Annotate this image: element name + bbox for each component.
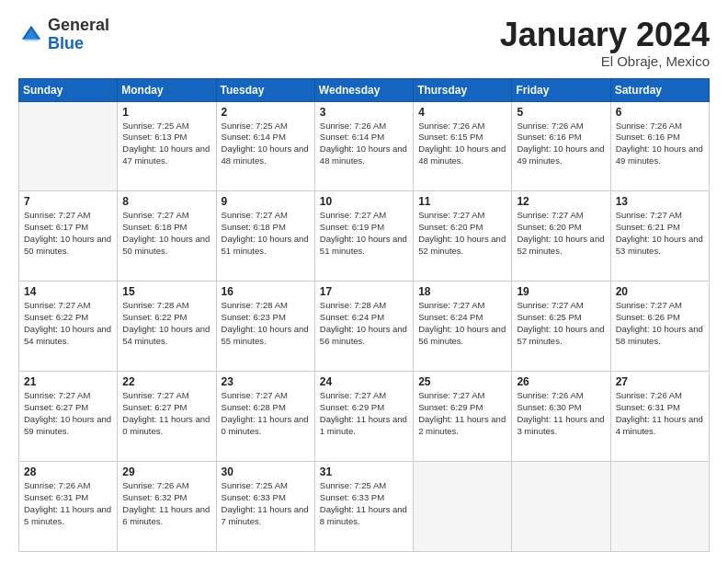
calendar-cell: 26Sunrise: 7:26 AM Sunset: 6:30 PM Dayli… [512,372,610,462]
day-header-thursday: Thursday [414,78,512,101]
day-info: Sunrise: 7:27 AM Sunset: 6:24 PM Dayligh… [418,300,506,347]
day-number: 29 [122,465,210,478]
location: El Obraje, Mexico [500,53,710,69]
calendar-cell: 17Sunrise: 7:28 AM Sunset: 6:24 PM Dayli… [314,282,413,372]
day-info: Sunrise: 7:26 AM Sunset: 6:16 PM Dayligh… [517,121,605,167]
header: General Blue January 2024 El Obraje, Mex… [18,17,710,69]
calendar-week-2: 7Sunrise: 7:27 AM Sunset: 6:17 PM Daylig… [19,191,710,282]
day-info: Sunrise: 7:26 AM Sunset: 6:15 PM Dayligh… [418,121,506,167]
title-block: January 2024 El Obraje, Mexico [500,17,710,69]
calendar-week-3: 14Sunrise: 7:27 AM Sunset: 6:22 PM Dayli… [19,282,710,372]
day-number: 22 [122,375,210,388]
day-header-tuesday: Tuesday [216,78,314,101]
day-info: Sunrise: 7:26 AM Sunset: 6:14 PM Dayligh… [320,121,408,167]
day-info: Sunrise: 7:27 AM Sunset: 6:28 PM Dayligh… [222,390,310,437]
calendar-cell: 9Sunrise: 7:27 AM Sunset: 6:18 PM Daylig… [216,191,314,282]
calendar-cell: 7Sunrise: 7:27 AM Sunset: 6:17 PM Daylig… [19,191,118,282]
day-number: 26 [517,375,605,388]
day-number: 17 [320,285,408,298]
day-number: 13 [616,195,704,208]
day-number: 7 [24,195,112,208]
day-header-friday: Friday [512,78,610,101]
day-info: Sunrise: 7:27 AM Sunset: 6:19 PM Dayligh… [320,210,408,257]
day-number: 27 [616,375,704,388]
calendar-week-1: 1Sunrise: 7:25 AM Sunset: 6:13 PM Daylig… [19,101,710,191]
day-info: Sunrise: 7:25 AM Sunset: 6:33 PM Dayligh… [320,480,408,527]
calendar-cell: 1Sunrise: 7:25 AM Sunset: 6:13 PM Daylig… [118,101,216,191]
day-number: 11 [418,195,506,208]
day-info: Sunrise: 7:25 AM Sunset: 6:13 PM Dayligh… [122,121,210,167]
day-info: Sunrise: 7:26 AM Sunset: 6:16 PM Dayligh… [616,121,704,167]
day-header-monday: Monday [118,78,216,101]
calendar-cell: 28Sunrise: 7:26 AM Sunset: 6:31 PM Dayli… [19,462,118,552]
calendar-week-4: 21Sunrise: 7:27 AM Sunset: 6:27 PM Dayli… [19,372,710,462]
calendar-cell: 3Sunrise: 7:26 AM Sunset: 6:14 PM Daylig… [314,101,413,191]
calendar-cell: 4Sunrise: 7:26 AM Sunset: 6:15 PM Daylig… [414,101,512,191]
day-info: Sunrise: 7:28 AM Sunset: 6:23 PM Dayligh… [222,300,310,347]
day-info: Sunrise: 7:25 AM Sunset: 6:33 PM Dayligh… [222,480,310,527]
calendar-cell [512,462,610,552]
day-info: Sunrise: 7:27 AM Sunset: 6:29 PM Dayligh… [418,390,506,437]
day-number: 2 [222,106,310,119]
calendar-cell: 21Sunrise: 7:27 AM Sunset: 6:27 PM Dayli… [19,372,118,462]
calendar-cell [414,462,512,552]
day-info: Sunrise: 7:27 AM Sunset: 6:20 PM Dayligh… [418,210,506,257]
logo-icon [18,22,44,48]
day-info: Sunrise: 7:27 AM Sunset: 6:26 PM Dayligh… [616,300,704,347]
day-number: 10 [320,195,408,208]
day-info: Sunrise: 7:27 AM Sunset: 6:27 PM Dayligh… [122,390,210,437]
day-info: Sunrise: 7:28 AM Sunset: 6:24 PM Dayligh… [320,300,408,347]
day-info: Sunrise: 7:28 AM Sunset: 6:22 PM Dayligh… [122,300,210,347]
calendar-cell: 10Sunrise: 7:27 AM Sunset: 6:19 PM Dayli… [314,191,413,282]
day-number: 30 [222,465,310,478]
calendar-cell: 13Sunrise: 7:27 AM Sunset: 6:21 PM Dayli… [610,191,709,282]
calendar-week-5: 28Sunrise: 7:26 AM Sunset: 6:31 PM Dayli… [19,462,710,552]
day-number: 18 [418,285,506,298]
day-number: 12 [517,195,605,208]
day-number: 24 [320,375,408,388]
logo-blue-text: Blue [48,34,84,52]
day-info: Sunrise: 7:25 AM Sunset: 6:14 PM Dayligh… [222,121,310,167]
day-number: 6 [616,106,704,119]
calendar-cell [610,462,709,552]
day-header-sunday: Sunday [19,78,118,101]
page: General Blue January 2024 El Obraje, Mex… [0,0,728,563]
calendar-cell: 12Sunrise: 7:27 AM Sunset: 6:20 PM Dayli… [512,191,610,282]
calendar-cell: 27Sunrise: 7:26 AM Sunset: 6:31 PM Dayli… [610,372,709,462]
day-info: Sunrise: 7:26 AM Sunset: 6:31 PM Dayligh… [24,480,112,527]
calendar-header-row: SundayMondayTuesdayWednesdayThursdayFrid… [19,78,710,101]
day-info: Sunrise: 7:27 AM Sunset: 6:17 PM Dayligh… [24,210,112,257]
day-info: Sunrise: 7:27 AM Sunset: 6:20 PM Dayligh… [517,210,605,257]
calendar-cell: 29Sunrise: 7:26 AM Sunset: 6:32 PM Dayli… [118,462,216,552]
day-number: 1 [122,106,210,119]
month-title: January 2024 [500,17,710,53]
calendar-cell: 31Sunrise: 7:25 AM Sunset: 6:33 PM Dayli… [314,462,413,552]
day-number: 5 [517,106,605,119]
calendar-cell [19,101,118,191]
calendar-cell: 24Sunrise: 7:27 AM Sunset: 6:29 PM Dayli… [314,372,413,462]
calendar-cell: 8Sunrise: 7:27 AM Sunset: 6:18 PM Daylig… [118,191,216,282]
calendar-cell: 11Sunrise: 7:27 AM Sunset: 6:20 PM Dayli… [414,191,512,282]
calendar-cell: 5Sunrise: 7:26 AM Sunset: 6:16 PM Daylig… [512,101,610,191]
calendar-cell: 18Sunrise: 7:27 AM Sunset: 6:24 PM Dayli… [414,282,512,372]
day-number: 21 [24,375,112,388]
calendar-cell: 30Sunrise: 7:25 AM Sunset: 6:33 PM Dayli… [216,462,314,552]
calendar-cell: 6Sunrise: 7:26 AM Sunset: 6:16 PM Daylig… [610,101,709,191]
calendar-cell: 2Sunrise: 7:25 AM Sunset: 6:14 PM Daylig… [216,101,314,191]
day-number: 3 [320,106,408,119]
calendar-cell: 22Sunrise: 7:27 AM Sunset: 6:27 PM Dayli… [118,372,216,462]
day-number: 28 [24,465,112,478]
logo-general-text: General [48,16,109,34]
day-info: Sunrise: 7:26 AM Sunset: 6:32 PM Dayligh… [122,480,210,527]
calendar-cell: 19Sunrise: 7:27 AM Sunset: 6:25 PM Dayli… [512,282,610,372]
day-info: Sunrise: 7:27 AM Sunset: 6:25 PM Dayligh… [517,300,605,347]
day-info: Sunrise: 7:27 AM Sunset: 6:22 PM Dayligh… [24,300,112,347]
logo: General Blue [18,17,109,53]
calendar-table: SundayMondayTuesdayWednesdayThursdayFrid… [18,78,710,552]
day-number: 20 [616,285,704,298]
day-header-wednesday: Wednesday [314,78,413,101]
day-info: Sunrise: 7:27 AM Sunset: 6:18 PM Dayligh… [222,210,310,257]
day-number: 14 [24,285,112,298]
day-info: Sunrise: 7:26 AM Sunset: 6:31 PM Dayligh… [616,390,704,437]
day-info: Sunrise: 7:27 AM Sunset: 6:27 PM Dayligh… [24,390,112,437]
